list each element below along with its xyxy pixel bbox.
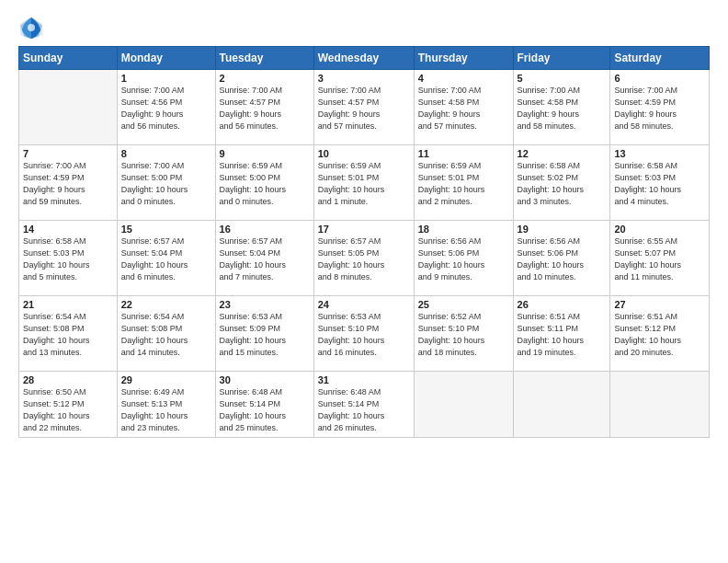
header-row: SundayMondayTuesdayWednesdayThursdayFrid… [19, 47, 710, 70]
day-info: Sunrise: 7:00 AMSunset: 4:57 PMDaylight:… [220, 85, 310, 132]
day-number: 25 [418, 299, 509, 310]
day-cell: 21Sunrise: 6:54 AMSunset: 5:08 PMDayligh… [19, 296, 118, 372]
day-cell: 2Sunrise: 7:00 AMSunset: 4:57 PMDaylight… [215, 70, 313, 145]
day-cell: 20Sunrise: 6:55 AMSunset: 5:07 PMDayligh… [610, 221, 710, 296]
day-cell: 8Sunrise: 7:00 AMSunset: 5:00 PMDaylight… [117, 145, 215, 221]
day-number: 16 [220, 224, 310, 235]
day-cell: 4Sunrise: 7:00 AMSunset: 4:58 PMDaylight… [414, 70, 513, 145]
day-info: Sunrise: 6:53 AMSunset: 5:09 PMDaylight:… [220, 311, 310, 359]
calendar-table: SundayMondayTuesdayWednesdayThursdayFrid… [18, 46, 710, 438]
day-number: 6 [614, 73, 705, 84]
day-number: 1 [121, 73, 211, 84]
day-info: Sunrise: 6:58 AMSunset: 5:03 PMDaylight:… [614, 160, 705, 208]
day-number: 31 [318, 374, 410, 385]
header [18, 15, 710, 40]
day-number: 4 [418, 73, 509, 84]
page: SundayMondayTuesdayWednesdayThursdayFrid… [0, 0, 728, 447]
day-number: 15 [121, 224, 211, 235]
day-cell: 9Sunrise: 6:59 AMSunset: 5:00 PMDaylight… [215, 145, 313, 221]
day-cell [513, 372, 610, 438]
day-number: 9 [220, 148, 310, 159]
day-info: Sunrise: 6:54 AMSunset: 5:08 PMDaylight:… [121, 311, 211, 359]
day-number: 17 [318, 224, 410, 235]
day-info: Sunrise: 6:59 AMSunset: 5:01 PMDaylight:… [418, 160, 509, 208]
week-row-2: 7Sunrise: 7:00 AMSunset: 4:59 PMDaylight… [19, 145, 710, 221]
day-info: Sunrise: 6:57 AMSunset: 5:04 PMDaylight:… [220, 236, 310, 283]
header-cell-wednesday: Wednesday [313, 47, 414, 70]
day-cell: 17Sunrise: 6:57 AMSunset: 5:05 PMDayligh… [313, 221, 414, 296]
day-cell: 1Sunrise: 7:00 AMSunset: 4:56 PMDaylight… [117, 70, 215, 145]
day-cell: 3Sunrise: 7:00 AMSunset: 4:57 PMDaylight… [313, 70, 414, 145]
day-number: 19 [518, 224, 607, 235]
day-info: Sunrise: 6:48 AMSunset: 5:14 PMDaylight:… [318, 386, 410, 434]
day-number: 3 [318, 73, 410, 84]
day-info: Sunrise: 6:51 AMSunset: 5:11 PMDaylight:… [518, 311, 607, 359]
day-info: Sunrise: 6:59 AMSunset: 5:01 PMDaylight:… [318, 160, 410, 208]
day-info: Sunrise: 7:00 AMSunset: 4:58 PMDaylight:… [418, 85, 509, 132]
day-cell [414, 372, 513, 438]
day-cell: 26Sunrise: 6:51 AMSunset: 5:11 PMDayligh… [513, 296, 610, 372]
day-number: 26 [518, 299, 607, 310]
day-info: Sunrise: 6:58 AMSunset: 5:02 PMDaylight:… [518, 160, 607, 208]
header-cell-thursday: Thursday [414, 47, 513, 70]
day-cell: 13Sunrise: 6:58 AMSunset: 5:03 PMDayligh… [610, 145, 710, 221]
week-row-1: 1Sunrise: 7:00 AMSunset: 4:56 PMDaylight… [19, 70, 710, 145]
day-number: 22 [121, 299, 211, 310]
day-info: Sunrise: 6:58 AMSunset: 5:03 PMDaylight:… [23, 236, 113, 283]
day-info: Sunrise: 7:00 AMSunset: 4:58 PMDaylight:… [518, 85, 607, 132]
day-info: Sunrise: 7:00 AMSunset: 4:59 PMDaylight:… [614, 85, 705, 132]
day-info: Sunrise: 6:50 AMSunset: 5:12 PMDaylight:… [23, 386, 113, 434]
day-number: 23 [220, 299, 310, 310]
day-number: 13 [614, 148, 705, 159]
day-info: Sunrise: 7:00 AMSunset: 5:00 PMDaylight:… [121, 160, 211, 208]
day-cell: 18Sunrise: 6:56 AMSunset: 5:06 PMDayligh… [414, 221, 513, 296]
day-cell: 14Sunrise: 6:58 AMSunset: 5:03 PMDayligh… [19, 221, 118, 296]
day-number: 30 [220, 374, 310, 385]
day-number: 12 [518, 148, 607, 159]
week-row-4: 21Sunrise: 6:54 AMSunset: 5:08 PMDayligh… [19, 296, 710, 372]
header-cell-monday: Monday [117, 47, 215, 70]
day-number: 18 [418, 224, 509, 235]
day-info: Sunrise: 6:51 AMSunset: 5:12 PMDaylight:… [614, 311, 705, 359]
day-number: 14 [23, 224, 113, 235]
day-cell: 7Sunrise: 7:00 AMSunset: 4:59 PMDaylight… [19, 145, 118, 221]
day-cell: 30Sunrise: 6:48 AMSunset: 5:14 PMDayligh… [215, 372, 313, 438]
day-number: 20 [614, 224, 705, 235]
day-cell: 11Sunrise: 6:59 AMSunset: 5:01 PMDayligh… [414, 145, 513, 221]
day-number: 27 [614, 299, 705, 310]
day-number: 8 [121, 148, 211, 159]
day-number: 2 [220, 73, 310, 84]
day-cell [19, 70, 118, 145]
day-cell: 25Sunrise: 6:52 AMSunset: 5:10 PMDayligh… [414, 296, 513, 372]
day-cell: 5Sunrise: 7:00 AMSunset: 4:58 PMDaylight… [513, 70, 610, 145]
week-row-5: 28Sunrise: 6:50 AMSunset: 5:12 PMDayligh… [19, 372, 710, 438]
header-cell-tuesday: Tuesday [215, 47, 313, 70]
day-number: 29 [121, 374, 211, 385]
day-number: 28 [23, 374, 113, 385]
day-info: Sunrise: 6:56 AMSunset: 5:06 PMDaylight:… [518, 236, 607, 283]
day-info: Sunrise: 7:00 AMSunset: 4:59 PMDaylight:… [23, 160, 113, 208]
day-number: 10 [318, 148, 410, 159]
day-info: Sunrise: 6:54 AMSunset: 5:08 PMDaylight:… [23, 311, 113, 359]
day-info: Sunrise: 6:48 AMSunset: 5:14 PMDaylight:… [220, 386, 310, 434]
logo [18, 15, 48, 40]
header-cell-sunday: Sunday [19, 47, 118, 70]
day-cell: 28Sunrise: 6:50 AMSunset: 5:12 PMDayligh… [19, 372, 118, 438]
day-number: 7 [23, 148, 113, 159]
day-info: Sunrise: 6:59 AMSunset: 5:00 PMDaylight:… [220, 160, 310, 208]
logo-icon [18, 15, 44, 40]
header-cell-friday: Friday [513, 47, 610, 70]
day-cell: 24Sunrise: 6:53 AMSunset: 5:10 PMDayligh… [313, 296, 414, 372]
day-info: Sunrise: 6:49 AMSunset: 5:13 PMDaylight:… [121, 386, 211, 434]
day-cell: 22Sunrise: 6:54 AMSunset: 5:08 PMDayligh… [117, 296, 215, 372]
day-number: 24 [318, 299, 410, 310]
day-cell: 31Sunrise: 6:48 AMSunset: 5:14 PMDayligh… [313, 372, 414, 438]
day-cell: 16Sunrise: 6:57 AMSunset: 5:04 PMDayligh… [215, 221, 313, 296]
day-cell: 19Sunrise: 6:56 AMSunset: 5:06 PMDayligh… [513, 221, 610, 296]
day-number: 5 [518, 73, 607, 84]
day-info: Sunrise: 7:00 AMSunset: 4:56 PMDaylight:… [121, 85, 211, 132]
day-cell: 10Sunrise: 6:59 AMSunset: 5:01 PMDayligh… [313, 145, 414, 221]
day-info: Sunrise: 7:00 AMSunset: 4:57 PMDaylight:… [318, 85, 410, 132]
day-number: 21 [23, 299, 113, 310]
day-info: Sunrise: 6:56 AMSunset: 5:06 PMDaylight:… [418, 236, 509, 283]
